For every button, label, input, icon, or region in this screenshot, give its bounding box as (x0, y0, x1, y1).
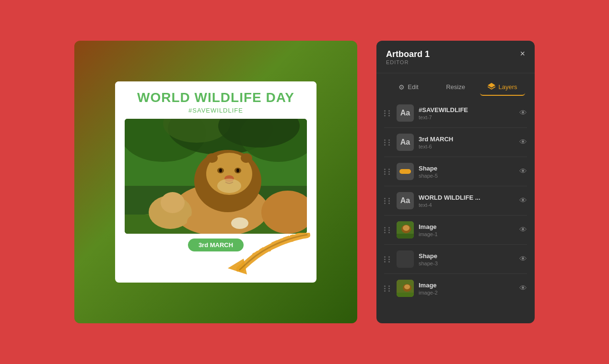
drag-handle (384, 198, 392, 204)
drag-handle (384, 285, 392, 292)
layer-info: Shape shape-3 (419, 252, 515, 266)
layer-id: shape-3 (419, 261, 515, 266)
layers-panel: Artboard 1 EDITOR × ⚙ Edit Resize (376, 41, 535, 323)
layer-item[interactable]: Aa 3rd MARCH text-6 👁 (376, 129, 535, 156)
image-thumb-preview (397, 280, 414, 297)
layer-name: 3rd MARCH (419, 136, 515, 143)
layer-name: Image (419, 282, 515, 289)
drag-handle (384, 139, 392, 146)
image-thumb-preview (397, 221, 414, 239)
svg-rect-31 (397, 250, 414, 268)
layer-info: Image image-2 (419, 282, 515, 296)
main-container: WORLD WILDLIFE DAY #SAVEWILDLIFE (0, 0, 609, 364)
svg-point-19 (236, 169, 239, 172)
tabs-row: ⚙ Edit Resize Layers (376, 73, 535, 96)
design-subtitle: #SAVEWILDLIFE (120, 107, 312, 114)
close-button[interactable]: × (520, 49, 525, 58)
tab-layers[interactable]: Layers (480, 79, 525, 96)
layer-item[interactable]: Shape shape-3 👁 (376, 246, 535, 273)
svg-point-14 (206, 153, 218, 163)
svg-point-11 (161, 192, 185, 213)
visibility-toggle[interactable]: 👁 (519, 196, 527, 205)
layer-separator (384, 273, 527, 274)
layer-separator (384, 244, 527, 245)
layer-info: Image image-1 (419, 223, 515, 237)
design-header: WORLD WILDLIFE DAY #SAVEWILDLIFE (115, 81, 316, 119)
layer-thumbnail (397, 250, 414, 268)
tab-resize[interactable]: Resize (433, 80, 478, 95)
svg-rect-35 (397, 293, 414, 297)
layer-name: Shape (419, 252, 515, 260)
layer-id: image-1 (419, 231, 515, 237)
layers-list: Aa #SAVEWILDLIFE text-7 👁 Aa (376, 96, 535, 323)
drag-handle (384, 227, 392, 233)
layer-name: #SAVEWILDLIFE (419, 106, 515, 114)
tab-edit-label: Edit (408, 83, 418, 91)
shape-pill-icon (399, 169, 411, 174)
svg-point-29 (403, 225, 410, 231)
layer-separator (384, 157, 527, 157)
tab-resize-label: Resize (446, 83, 465, 91)
visibility-toggle[interactable]: 👁 (519, 167, 527, 176)
visibility-toggle[interactable]: 👁 (519, 284, 527, 293)
layer-name: Image (419, 223, 515, 230)
layer-thumbnail: Aa (397, 104, 414, 122)
layer-info: WORLD WILDLIFE ... text-4 (419, 194, 515, 208)
layer-name: Shape (419, 165, 515, 172)
layer-info: 3rd MARCH text-6 (419, 136, 515, 149)
layer-info: #SAVEWILDLIFE text-7 (419, 106, 515, 120)
svg-point-15 (241, 153, 252, 163)
svg-point-18 (219, 169, 222, 172)
layer-item[interactable]: Aa WORLD WILDLIFE ... text-4 👁 (376, 187, 535, 214)
svg-point-34 (404, 284, 410, 289)
arrow-annotation (225, 228, 312, 275)
visibility-toggle[interactable]: 👁 (519, 255, 527, 263)
panel-header: Artboard 1 EDITOR × (376, 41, 535, 73)
layers-stack-icon (488, 83, 495, 91)
layer-thumbnail (397, 221, 414, 239)
layer-item[interactable]: Image image-1 👁 (376, 216, 535, 243)
panel-title-group: Artboard 1 EDITOR (386, 49, 430, 65)
visibility-toggle[interactable]: 👁 (519, 226, 527, 234)
design-title: WORLD WILDLIFE DAY (120, 90, 312, 105)
layer-item[interactable]: Shape shape-5 👁 (376, 158, 535, 185)
layer-id: image-2 (419, 290, 515, 296)
svg-point-21 (217, 179, 241, 193)
svg-rect-30 (397, 234, 414, 239)
layer-id: text-7 (419, 114, 515, 120)
layer-thumbnail: Aa (397, 134, 414, 151)
layer-id: shape-5 (419, 173, 515, 179)
panel-title: Artboard 1 (386, 49, 430, 59)
visibility-toggle[interactable]: 👁 (519, 109, 527, 117)
layer-separator (384, 186, 527, 186)
svg-point-22 (187, 213, 216, 230)
drag-handle (384, 110, 392, 116)
drag-handle (384, 169, 392, 175)
layer-id: text-4 (419, 202, 515, 208)
visibility-toggle[interactable]: 👁 (519, 138, 527, 147)
layer-id: text-6 (419, 144, 515, 149)
layer-item[interactable]: Aa #SAVEWILDLIFE text-7 👁 (376, 100, 535, 126)
panel-title-row: Artboard 1 EDITOR × (386, 49, 525, 65)
layer-separator (384, 215, 527, 216)
canvas-area: WORLD WILDLIFE DAY #SAVEWILDLIFE (74, 41, 357, 323)
panel-subtitle: EDITOR (386, 59, 430, 65)
tab-layers-label: Layers (498, 83, 517, 91)
layer-name: WORLD WILDLIFE ... (419, 194, 515, 201)
layer-thumbnail (397, 280, 414, 297)
gear-icon: ⚙ (398, 83, 405, 91)
tab-edit[interactable]: ⚙ Edit (386, 80, 431, 96)
layer-info: Shape shape-5 (419, 165, 515, 179)
layer-thumbnail (397, 163, 414, 180)
layer-item[interactable]: Image image-2 👁 (376, 275, 535, 302)
drag-handle (384, 256, 392, 262)
layer-separator (384, 127, 527, 128)
layer-thumbnail: Aa (397, 192, 414, 209)
design-image (125, 119, 307, 234)
